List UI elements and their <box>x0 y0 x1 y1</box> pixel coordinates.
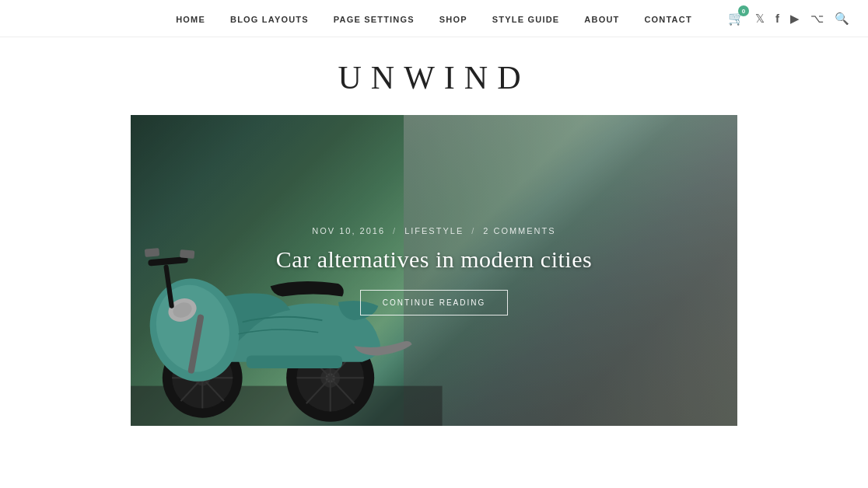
cart-icon[interactable]: 🛒 0 <box>728 10 744 26</box>
nav-page-settings[interactable]: PAGE SETTINGS <box>334 15 415 24</box>
nav-home[interactable]: HOME <box>176 15 205 24</box>
github-icon[interactable]: ⌥ <box>810 12 824 26</box>
site-title-section: UNWIND <box>0 37 868 115</box>
main-nav: HOME BLOG LAYOUTS PAGE SETTINGS SHOP STY… <box>0 0 868 37</box>
hero-category: LIFESTYLE <box>404 226 464 235</box>
hero-meta: NOV 10, 2016 / LIFESTYLE / 2 COMMENTS <box>312 226 555 235</box>
sep-1: / <box>393 226 397 235</box>
search-icon[interactable]: 🔍 <box>835 12 849 26</box>
facebook-icon[interactable]: f <box>775 12 779 25</box>
hero-content: NOV 10, 2016 / LIFESTYLE / 2 COMMENTS Ca… <box>131 115 737 426</box>
nav-style-guide[interactable]: STYLE GUIDE <box>492 15 560 24</box>
nav-about[interactable]: ABOUT <box>584 15 619 24</box>
continue-reading-button[interactable]: CONTINUE READING <box>360 290 509 315</box>
site-title: UNWIND <box>338 59 530 96</box>
hero-date: NOV 10, 2016 <box>312 226 385 235</box>
hero-title: Car alternatives in modern cities <box>276 246 592 273</box>
sep-2: / <box>471 226 475 235</box>
cart-badge: 0 <box>738 5 749 16</box>
nav-links: HOME BLOG LAYOUTS PAGE SETTINGS SHOP STY… <box>176 12 692 26</box>
twitter-icon[interactable]: 𝕏 <box>755 12 765 26</box>
nav-contact[interactable]: CONTACT <box>644 15 691 24</box>
hero-comments: 2 COMMENTS <box>483 226 555 235</box>
youtube-icon[interactable]: ▶ <box>790 12 800 26</box>
nav-blog-layouts[interactable]: BLOG LAYOUTS <box>230 15 309 24</box>
hero-section: NOV 10, 2016 / LIFESTYLE / 2 COMMENTS Ca… <box>131 115 737 426</box>
nav-shop[interactable]: SHOP <box>439 15 467 24</box>
nav-icons: 🛒 0 𝕏 f ▶ ⌥ 🔍 <box>728 10 849 26</box>
